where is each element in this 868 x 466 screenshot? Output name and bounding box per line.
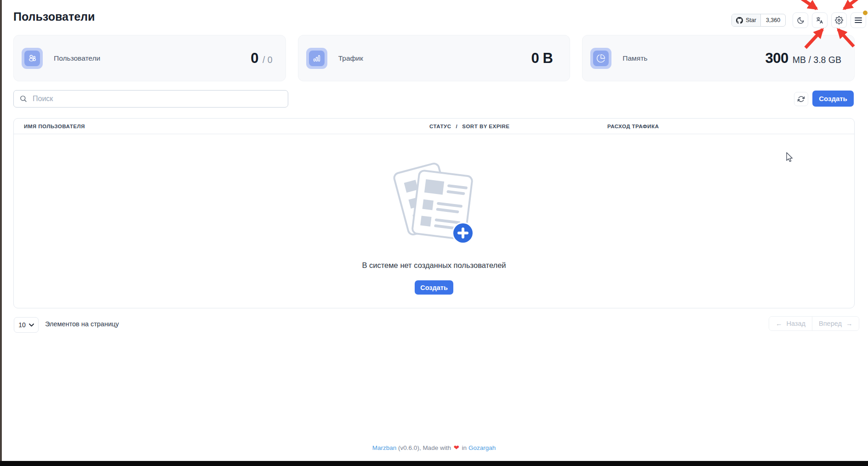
users-table: ИМЯ ПОЛЬЗОВАТЕЛЯ СТАТУС / SORT BY EXPIRE… [13, 118, 855, 308]
search-input[interactable] [13, 90, 288, 108]
page-title: Пользователи [13, 10, 95, 23]
column-header-status-expire: СТАТУС / SORT BY EXPIRE [429, 119, 510, 134]
stat-card-traffic: Трафик 0 B [298, 35, 571, 81]
sort-by-expire[interactable]: SORT BY EXPIRE [462, 124, 509, 129]
footer-in-text: in [462, 444, 467, 451]
menu-button[interactable] [851, 12, 866, 28]
empty-state-illustration [387, 159, 481, 249]
users-icon-chip [22, 48, 43, 69]
stat-card-memory: Память 300 MB / 3.8 GB [582, 35, 855, 81]
next-page-button[interactable]: Вперед → [812, 317, 859, 330]
per-page-value: 10 [18, 321, 26, 329]
footer: Marzban (v0.6.0), Made with ❤ in Gozarga… [0, 444, 868, 451]
add-circle-icon [452, 222, 474, 244]
stat-value: 0 [251, 50, 258, 67]
per-page-select[interactable]: 10 [14, 317, 39, 333]
stat-value: 0 B [531, 50, 553, 67]
sort-by-status[interactable]: СТАТУС [429, 124, 451, 129]
table-header-row: ИМЯ ПОЛЬЗОВАТЕЛЯ СТАТУС / SORT BY EXPIRE… [14, 119, 854, 134]
create-user-button[interactable]: Создать [812, 91, 854, 107]
github-logo-icon [736, 17, 743, 24]
language-button[interactable] [812, 12, 828, 28]
github-star-count: 3,360 [761, 14, 785, 26]
heart-icon: ❤ [453, 444, 460, 451]
sort-divider: / [456, 124, 458, 129]
stat-label: Пользователи [54, 54, 100, 63]
moon-icon [797, 17, 805, 24]
stat-suffix: / 0 [263, 55, 273, 65]
stat-card-users: Пользователи 0 / 0 [13, 35, 286, 81]
github-star-button[interactable]: Star 3,360 [731, 14, 786, 27]
screen-left-edge [0, 0, 2, 466]
bar-chart-icon [312, 54, 321, 63]
gozargah-link[interactable]: Gozargah [468, 444, 496, 451]
refresh-icon [798, 96, 805, 102]
arrow-right-icon: → [846, 320, 853, 327]
pie-chart-icon [596, 54, 605, 63]
stat-value: 300 [765, 50, 788, 67]
github-star-label: Star [746, 17, 756, 23]
chevron-down-icon [29, 324, 34, 327]
top-toolbar: Star 3,360 [731, 12, 866, 28]
stats-row: Пользователи 0 / 0 Трафик 0 B [13, 35, 855, 81]
memory-icon-chip [590, 48, 611, 69]
search-box [13, 90, 288, 108]
gear-icon [835, 16, 843, 24]
next-page-label: Вперед [819, 320, 842, 327]
per-page-label: Элементов на страницу [45, 320, 119, 328]
empty-state-message: В системе нет созданных пользователей [362, 261, 506, 270]
column-header-traffic[interactable]: РАСХОД ТРАФИКА [607, 119, 659, 134]
empty-state-create-button[interactable]: Создать [415, 280, 453, 295]
stat-label: Трафик [338, 54, 363, 63]
arrow-left-icon: ← [776, 320, 782, 327]
hamburger-icon [855, 17, 862, 23]
table-empty-state: В системе нет созданных пользователей Со… [14, 134, 854, 308]
column-header-username[interactable]: ИМЯ ПОЛЬЗОВАТЕЛЯ [24, 119, 85, 134]
users-icon [28, 53, 37, 63]
pagination-buttons: ← Назад Вперед → [769, 316, 859, 331]
footer-version-text: (v0.6.0), Made with [398, 444, 451, 451]
prev-page-button[interactable]: ← Назад [769, 317, 812, 330]
stat-label: Память [622, 54, 647, 63]
traffic-icon-chip [306, 48, 327, 69]
notification-dot [863, 11, 868, 15]
settings-button[interactable] [831, 12, 847, 28]
marzban-users-page: Пользователи Star 3,360 [0, 0, 868, 466]
stat-suffix: MB / 3.8 GB [793, 55, 841, 65]
prev-page-label: Назад [787, 320, 806, 327]
marzban-link[interactable]: Marzban [372, 444, 397, 451]
screen-bottom-edge [0, 461, 868, 466]
dark-mode-button[interactable] [793, 12, 808, 28]
refresh-button[interactable] [794, 92, 808, 106]
translate-icon [816, 16, 824, 24]
